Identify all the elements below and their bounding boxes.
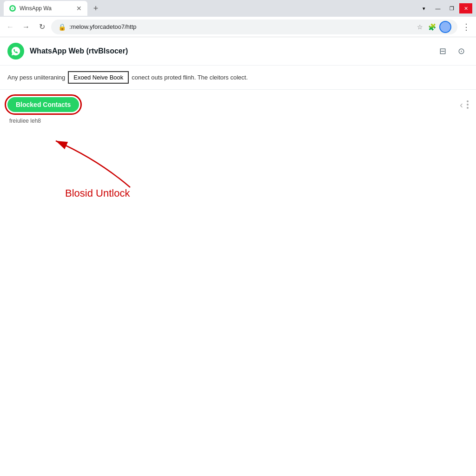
title-bar: WinsApp Wa ✕ + ▾ — ❐ ✕ [0,0,476,17]
close-button[interactable]: ✕ [459,3,472,13]
new-tab-button[interactable]: + [89,2,102,15]
whatsapp-header: WhatsApp Web (rtvBIsocer) ⊟ ⊙ [0,37,476,66]
url-action-icons: ☆ 🧩 [415,21,451,33]
section-nav: ‹ [460,99,469,110]
lock-icon: 🔒 [57,22,66,32]
url-text: :melow.yforcadetoo7/http [69,23,412,30]
forward-button[interactable]: → [20,20,33,33]
header-icon-1[interactable]: ⊟ [435,44,450,59]
extension-icon[interactable]: 🧩 [427,22,436,32]
tab-favicon [9,5,16,12]
description-before: Any pess uniiteraning [7,74,65,81]
address-bar: ← → ↻ 🔒 :melow.yforcadetoo7/http ☆ 🧩 ⋮ [0,17,476,37]
window-controls: ▾ — ❐ ✕ [417,3,472,13]
description-row: Any pess uniiteraning Exoed Neive Book c… [0,66,476,90]
bookmark-icon[interactable]: ☆ [415,22,424,32]
window-dropdown-btn[interactable]: ▾ [417,3,430,13]
url-bar[interactable]: 🔒 :melow.yforcadetoo7/http ☆ 🧩 [51,20,457,34]
annotation-area: Blosid Untlock [0,132,476,476]
page-content: WhatsApp Web (rtvBIsocer) ⊟ ⊙ Any pess u… [0,37,476,476]
tab-title-text: WinsApp Wa [20,5,52,12]
back-button[interactable]: ← [4,20,17,33]
more-options-icon[interactable] [467,100,469,109]
header-icon-2[interactable]: ⊙ [454,44,469,59]
browser-window: WinsApp Wa ✕ + ▾ — ❐ ✕ ← → ↻ 🔒 :melow.yf… [0,0,476,476]
back-chevron-icon[interactable]: ‹ [460,99,463,110]
maximize-button[interactable]: ❐ [445,3,458,13]
browser-menu-button[interactable]: ⋮ [460,20,472,34]
minimize-button[interactable]: — [431,3,444,13]
description-after: conect outs proted flinh. The cleitors c… [132,74,248,81]
active-tab[interactable]: WinsApp Wa ✕ [4,1,87,16]
whatsapp-title: WhatsApp Web (rtvBIsocer) [30,47,128,55]
reload-button[interactable]: ↻ [35,20,48,33]
tab-close-button[interactable]: ✕ [76,5,82,12]
annotation-label: Blosid Untlock [65,187,130,199]
news-book-button[interactable]: Exoed Neive Book [68,71,129,84]
profile-avatar[interactable] [439,21,451,33]
header-icons: ⊟ ⊙ [435,44,469,59]
whatsapp-logo [7,43,24,60]
